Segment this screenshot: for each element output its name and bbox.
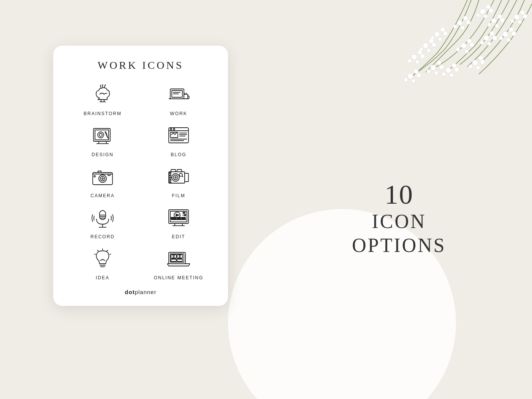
blog-icon: [166, 123, 192, 149]
svg-point-112: [99, 175, 106, 182]
brainstorm-label: BRAINSTORM: [84, 111, 122, 116]
icon-count-line1: ICON: [352, 210, 446, 233]
record-icon: [90, 205, 116, 231]
svg-point-94: [99, 133, 102, 136]
svg-rect-164: [171, 259, 176, 261]
icon-cell-online-meeting: ONLINE MEETING: [141, 246, 217, 280]
icon-cell-edit: EDIT: [141, 205, 217, 239]
svg-point-167: [179, 255, 180, 256]
svg-rect-125: [169, 173, 171, 174]
camera-label: CAMERA: [90, 193, 114, 198]
svg-line-103: [171, 133, 173, 135]
svg-point-101: [173, 128, 175, 130]
record-label: RECORD: [90, 234, 115, 239]
svg-line-131: [182, 176, 183, 177]
svg-line-70: [100, 86, 101, 88]
svg-point-119: [172, 174, 179, 181]
svg-rect-124: [185, 173, 188, 182]
online-meeting-label: ONLINE MEETING: [154, 275, 204, 280]
online-meeting-icon: [166, 246, 192, 272]
blog-label: BLOG: [171, 152, 186, 157]
svg-point-150: [183, 212, 185, 214]
card-title: WORK ICONS: [98, 59, 184, 71]
edit-icon: [166, 205, 192, 231]
icon-count-number: 10: [352, 180, 446, 210]
icon-cell-record: RECORD: [65, 205, 141, 239]
svg-rect-84: [184, 94, 188, 99]
svg-rect-126: [169, 175, 171, 176]
svg-point-152: [184, 214, 186, 216]
film-label: FILM: [172, 193, 185, 198]
svg-line-159: [94, 254, 96, 255]
svg-point-120: [173, 175, 178, 180]
svg-rect-127: [169, 177, 171, 178]
svg-line-157: [97, 250, 98, 251]
svg-rect-128: [169, 179, 171, 180]
brand-bold: dot: [125, 289, 135, 295]
svg-point-121: [175, 177, 176, 178]
icon-cell-idea: IDEA: [65, 246, 141, 280]
edit-label: EDIT: [172, 234, 185, 239]
idea-label: IDEA: [96, 275, 109, 280]
svg-line-72: [104, 86, 105, 88]
camera-icon: [90, 164, 116, 190]
icon-cell-blog: BLOG: [141, 123, 217, 157]
icon-cell-design: DESIGN: [65, 123, 141, 157]
brainstorm-icon: [90, 82, 116, 108]
brand-regular: planner: [135, 289, 157, 295]
design-icon: [90, 123, 116, 149]
film-icon: [166, 164, 192, 190]
work-label: WORK: [170, 111, 187, 116]
svg-point-93: [98, 132, 104, 138]
svg-rect-123: [177, 169, 182, 172]
icon-count-line2: OPTIONS: [352, 234, 446, 257]
svg-marker-148: [176, 214, 179, 216]
svg-line-75: [105, 85, 106, 86]
svg-rect-88: [93, 128, 110, 141]
svg-rect-129: [169, 182, 171, 183]
svg-line-158: [109, 254, 111, 255]
work-icon: [166, 82, 192, 108]
svg-line-156: [107, 250, 108, 251]
icon-cell-work: WORK: [141, 82, 217, 116]
svg-rect-146: [182, 217, 185, 219]
card-brand: dotplanner: [125, 289, 156, 295]
svg-point-117: [94, 176, 95, 177]
svg-rect-165: [177, 259, 182, 261]
work-icons-card: WORK ICONS BRAI: [53, 46, 228, 306]
svg-line-73: [100, 85, 101, 86]
idea-icon: [90, 246, 116, 272]
right-content: 10 ICON OPTIONS: [266, 0, 532, 399]
icon-cell-film: FILM: [141, 164, 217, 198]
svg-point-130: [179, 173, 182, 176]
design-label: DESIGN: [92, 152, 114, 157]
icons-grid: BRAINSTORM: [65, 82, 217, 280]
icon-cell-camera: CAMERA: [65, 164, 141, 198]
icon-cell-brainstorm: BRAINSTORM: [65, 82, 141, 116]
svg-point-113: [100, 176, 105, 181]
svg-point-100: [170, 128, 172, 130]
svg-rect-122: [171, 169, 176, 172]
svg-point-114: [102, 178, 103, 179]
svg-rect-138: [169, 210, 188, 223]
icon-count-block: 10 ICON OPTIONS: [352, 180, 446, 257]
svg-point-166: [173, 255, 174, 256]
